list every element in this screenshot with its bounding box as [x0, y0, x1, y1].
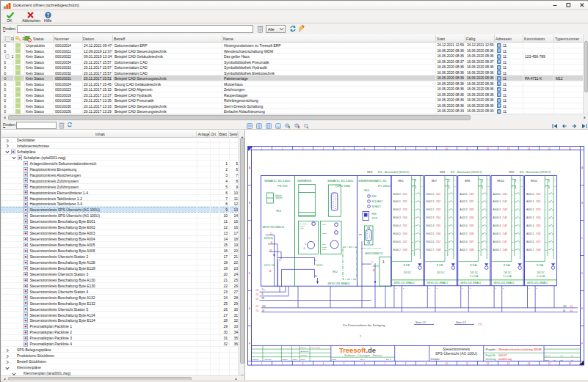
svg-text:A006.0: A006.0	[493, 193, 501, 196]
svg-text:A006.1: A006.1	[493, 200, 501, 203]
svg-text:Ers. f.: Ers. f.	[360, 359, 366, 361]
svg-text:14: 14	[528, 147, 531, 150]
svg-text:PE: PE	[262, 297, 265, 300]
svg-text:E000.5: E000.5	[393, 232, 401, 235]
svg-text:/158: /158	[536, 249, 540, 251]
svg-text:/147: /147	[503, 240, 507, 243]
svg-text:Wendeschuetzschaltung WDM: Wendeschuetzschaltung WDM	[498, 348, 542, 351]
svg-text:B: B	[581, 202, 583, 205]
svg-text:6ES5 183-8MA03: 6ES5 183-8MA03	[328, 282, 350, 285]
svg-text:9K2: 9K2	[333, 271, 338, 273]
svg-text:8 DE: 8 DE	[403, 263, 410, 267]
svg-text:Zeichnung: Zeichnung	[486, 358, 496, 361]
svg-text:24V: 24V	[262, 305, 266, 308]
svg-text:N: N	[271, 241, 272, 244]
svg-text:F: F	[581, 342, 583, 345]
svg-text:COPY: COPY	[322, 249, 327, 251]
svg-text:24V DC: 24V DC	[316, 264, 323, 267]
svg-text:RUN: RUN	[372, 213, 377, 216]
svg-text:A006.4: A006.4	[493, 224, 501, 227]
svg-text:/154: /154	[436, 216, 440, 219]
svg-text:Änderung: Änderung	[264, 359, 272, 361]
svg-text:A005.3: A005.3	[526, 216, 534, 219]
svg-text:10: 10	[446, 362, 449, 365]
svg-text:von: von	[560, 355, 564, 357]
svg-text:E: E	[249, 307, 250, 310]
svg-text:24V DC: 24V DC	[537, 271, 545, 274]
svg-text:/155: /155	[436, 224, 440, 227]
svg-text:Steuerstromkreis: Steuerstromkreis	[443, 348, 471, 351]
svg-text:Treesoft.de: Treesoft.de	[339, 346, 376, 354]
svg-text:Sinec L2: Sinec L2	[415, 321, 426, 324]
svg-text:1L+: 1L+	[262, 288, 266, 291]
svg-text:. 6ES5 441-8MA11: . 6ES5 441-8MA11	[526, 282, 548, 284]
svg-text:0 x 0,5A: 0 x 0,5A	[470, 275, 478, 278]
svg-text:Geprüft: Geprüft	[301, 354, 307, 356]
svg-text:Selector: Selector	[275, 196, 283, 199]
svg-text:9K6: 9K6	[440, 170, 446, 174]
svg-text:A003.0: A003.0	[460, 193, 468, 196]
svg-text:A005.4: A005.4	[526, 224, 534, 227]
svg-text:12: 12	[487, 147, 490, 150]
svg-text:/154: /154	[402, 216, 407, 219]
svg-text:. 6ES5 421-8MA12: . 6ES5 421-8MA12	[392, 282, 414, 284]
svg-text:11: 11	[466, 362, 468, 365]
svg-text:A003.2: A003.2	[460, 208, 468, 211]
svg-text:/158: /158	[402, 249, 407, 251]
svg-text:24V DC: 24V DC	[470, 271, 479, 274]
svg-text:A005.0: A005.0	[526, 193, 534, 196]
svg-text:Datum: Datum	[283, 359, 288, 361]
svg-text:RUN: RUN	[322, 224, 327, 226]
svg-text:0V: 0V	[563, 309, 565, 312]
svg-text:RUN: RUN	[372, 195, 377, 198]
svg-text:1: 1	[360, 335, 361, 338]
svg-text:/152: /152	[436, 200, 440, 203]
svg-text:0V: 0V	[262, 309, 264, 312]
svg-text:/152: /152	[536, 200, 540, 203]
svg-text:E002.2: E002.2	[427, 208, 435, 211]
svg-text:E000.6: E000.6	[393, 240, 401, 243]
svg-text:/135: /135	[469, 224, 473, 227]
svg-text:Bearbeiter: Bearbeiter	[301, 350, 309, 353]
svg-text:Sinec L2: Sinec L2	[456, 321, 466, 324]
svg-text:A003.6: A003.6	[460, 240, 468, 243]
svg-text:03.04.2003: 03.04.2003	[311, 347, 321, 349]
svg-text:Variante: Variante	[253, 359, 259, 361]
svg-text:15: 15	[548, 147, 551, 150]
svg-text:/15: /15	[256, 293, 259, 296]
svg-text:1+: 1+	[315, 259, 317, 262]
svg-text:E000.2: E000.2	[393, 208, 401, 211]
svg-text:/138: /138	[469, 249, 473, 251]
svg-text:L1: L1	[270, 232, 273, 235]
svg-text:A006.6: A006.6	[493, 240, 501, 243]
svg-text:Name: Name	[293, 359, 298, 361]
svg-text:EX - Busmodul (SIGUT): EX - Busmodul (SIGUT)	[451, 170, 482, 174]
svg-text:8 DE: 8 DE	[437, 263, 443, 267]
svg-text:L+: L+	[371, 260, 374, 263]
svg-text:/151: /151	[402, 193, 407, 196]
svg-text:0 x 0,5A: 0 x 0,5A	[504, 275, 512, 278]
svg-text:/143: /143	[503, 208, 507, 211]
svg-text:/156: /156	[436, 232, 440, 235]
svg-text:Norm: Norm	[301, 359, 305, 361]
svg-text:N: N	[262, 293, 264, 295]
svg-text:E002.1: E002.1	[427, 200, 435, 203]
svg-text:F: F	[249, 342, 250, 345]
svg-text:13: 13	[507, 147, 510, 150]
svg-text:/151: /151	[436, 193, 440, 196]
svg-text:E000.4: E000.4	[393, 224, 401, 227]
svg-text:2K: 2K	[269, 249, 272, 252]
svg-text:?: ?	[47, 12, 50, 18]
svg-text:EX - Busmodul (SIGUT): EX - Busmodul (SIGUT)	[520, 170, 551, 174]
svg-text:von: von	[560, 359, 564, 361]
svg-text:/155: /155	[536, 224, 540, 227]
svg-text:/158: /158	[436, 249, 440, 251]
svg-text:/134: /134	[469, 216, 473, 219]
svg-text:9K3: 9K3	[276, 210, 281, 213]
svg-text:E000.0: E000.0	[393, 193, 401, 196]
svg-text:/51: /51	[570, 309, 573, 312]
svg-text:A005.5: A005.5	[526, 232, 534, 235]
svg-text:/136: /136	[469, 232, 473, 235]
svg-text:/51: /51	[570, 305, 573, 308]
svg-text:ET 200U: ET 200U	[378, 184, 390, 188]
